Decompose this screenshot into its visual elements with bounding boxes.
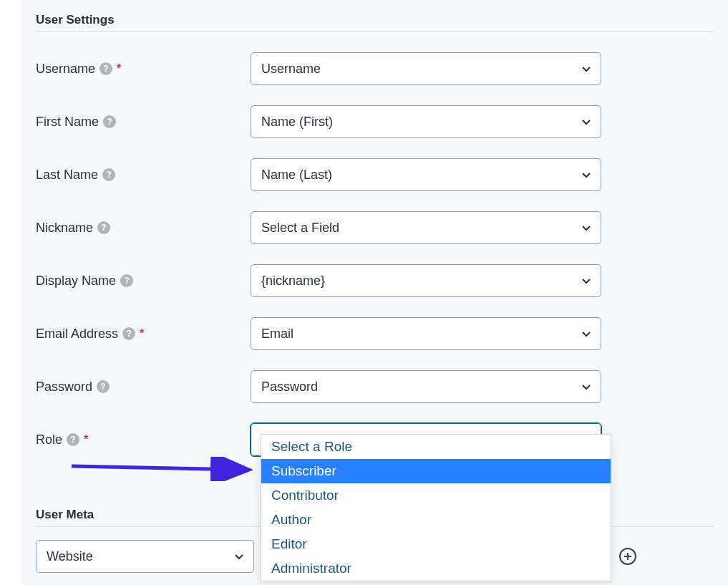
select-nickname[interactable]: Select a Field [251, 211, 601, 244]
role-dropdown[interactable]: Select a RoleSubscriberContributorAuthor… [261, 434, 611, 581]
select-display-name[interactable]: {nickname} [251, 264, 601, 297]
label-text-first-name: First Name [36, 115, 99, 130]
row-password: Password ? Password [36, 370, 714, 403]
help-icon[interactable]: ? [100, 62, 112, 75]
role-option[interactable]: Contributor [261, 483, 611, 508]
help-icon[interactable]: ? [120, 274, 133, 287]
field-col-last-name: Name (Last) [251, 158, 714, 191]
select-last-name[interactable]: Name (Last) [251, 158, 601, 191]
label-role: Role ? * [36, 432, 251, 448]
select-value-last-name: Name (Last) [261, 168, 332, 183]
row-display-name: Display Name ? {nickname} [36, 264, 714, 297]
chevron-down-icon [581, 63, 592, 74]
chevron-down-icon [581, 328, 592, 339]
divider [36, 32, 714, 32]
required-mark: * [117, 62, 121, 75]
label-nickname: Nickname ? [36, 221, 251, 236]
chevron-down-icon [233, 551, 245, 562]
label-text-email-address: Email Address [36, 327, 118, 342]
role-option[interactable]: Subscriber [261, 459, 611, 483]
role-option[interactable]: Select a Role [261, 435, 611, 459]
select-value-password: Password [261, 379, 318, 395]
field-col-password: Password [251, 370, 714, 403]
label-display-name: Display Name ? [36, 274, 251, 289]
select-value-user-meta-key: Website [47, 549, 93, 564]
help-icon[interactable]: ? [67, 433, 79, 446]
help-icon[interactable]: ? [102, 168, 115, 181]
chevron-down-icon [581, 381, 592, 392]
row-last-name: Last Name ? Name (Last) [36, 158, 714, 191]
role-option[interactable]: Administrator [261, 556, 611, 581]
label-first-name: First Name ? [36, 115, 251, 130]
label-text-username: Username [36, 62, 95, 77]
label-text-role: Role [36, 432, 62, 448]
chevron-down-icon [581, 169, 592, 180]
row-first-name: First Name ? Name (First) [36, 105, 714, 138]
label-text-display-name: Display Name [36, 274, 116, 289]
row-username: Username ? * Username [36, 52, 714, 85]
row-email-address: Email Address ? * Email [36, 317, 714, 350]
select-value-username: Username [261, 62, 321, 77]
select-username[interactable]: Username [251, 52, 601, 85]
row-nickname: Nickname ? Select a Field [36, 211, 714, 244]
role-option[interactable]: Author [261, 508, 611, 532]
add-meta-button[interactable] [619, 548, 636, 565]
chevron-down-icon [581, 116, 592, 127]
label-text-nickname: Nickname [36, 221, 93, 236]
svg-line-0 [72, 466, 246, 470]
select-value-nickname: Select a Field [261, 221, 339, 236]
field-col-username: Username [251, 52, 714, 85]
help-icon[interactable]: ? [103, 115, 116, 128]
select-email-address[interactable]: Email [251, 317, 601, 350]
label-username: Username ? * [36, 62, 251, 77]
select-first-name[interactable]: Name (First) [251, 105, 601, 138]
label-text-last-name: Last Name [36, 168, 98, 183]
help-icon[interactable]: ? [97, 221, 110, 234]
annotation-arrow-icon [69, 457, 255, 481]
chevron-down-icon [581, 275, 592, 286]
help-icon[interactable]: ? [97, 380, 110, 393]
required-mark: * [84, 433, 88, 446]
user-settings-heading: User Settings [36, 13, 714, 27]
field-col-display-name: {nickname} [251, 264, 714, 297]
required-mark: * [140, 327, 144, 340]
select-user-meta-key[interactable]: Website [36, 540, 254, 573]
field-col-nickname: Select a Field [251, 211, 714, 244]
label-last-name: Last Name ? [36, 168, 251, 183]
select-password[interactable]: Password [251, 370, 601, 403]
field-col-first-name: Name (First) [251, 105, 714, 138]
label-email-address: Email Address ? * [36, 327, 251, 342]
label-text-password: Password [36, 379, 92, 395]
label-password: Password ? [36, 379, 251, 395]
field-col-email-address: Email [251, 317, 714, 350]
chevron-down-icon [581, 222, 592, 233]
role-option[interactable]: Editor [261, 532, 611, 556]
help-icon[interactable]: ? [122, 327, 135, 340]
select-value-email-address: Email [261, 327, 293, 342]
select-value-display-name: {nickname} [261, 274, 325, 289]
select-value-first-name: Name (First) [261, 115, 333, 130]
